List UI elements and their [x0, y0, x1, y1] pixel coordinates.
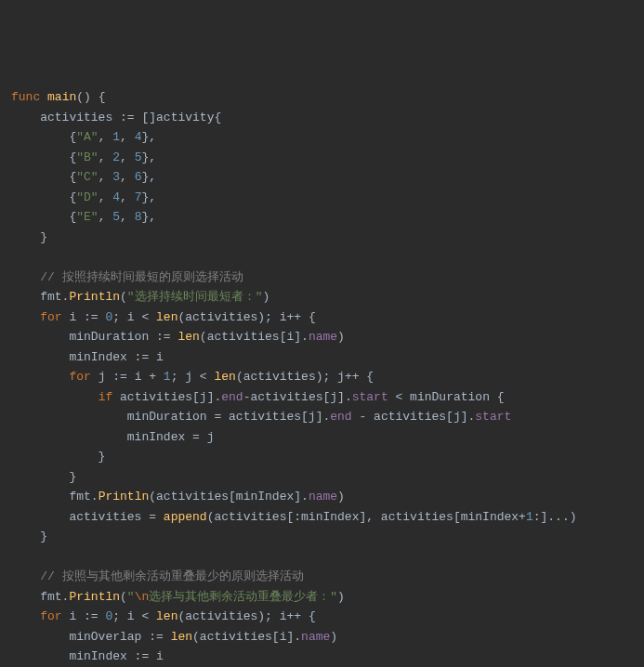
code-line: }: [11, 470, 76, 484]
code-line: func main() {: [11, 90, 105, 104]
comment: // 按照与其他剩余活动重叠最少的原则选择活动: [11, 569, 304, 583]
code-line: for i := 0; i < len(activities); i++ {: [11, 310, 316, 324]
code-line: minIndex := i: [11, 649, 164, 663]
code-line: if activities[j].end-activities[j].start…: [11, 390, 505, 404]
code-line: {"B", 2, 5},: [11, 150, 156, 164]
code-line: }: [11, 530, 47, 543]
code-line: fmt.Println(activities[minIndex].name): [11, 490, 345, 504]
code-line: minIndex := i: [11, 350, 164, 364]
code-line: {"D", 4, 7},: [11, 190, 156, 204]
code-line: fmt.Println("选择持续时间最短者："): [11, 290, 269, 304]
code-line: activities := []activity{: [11, 111, 221, 124]
code-line: {"A", 1, 4},: [11, 130, 156, 144]
code-line: }: [11, 450, 105, 464]
code-line: for i := 0; i < len(activities); i++ {: [11, 609, 316, 623]
code-line: {"E", 5, 8},: [11, 210, 156, 224]
code-line: minOverlap := len(activities[i].name): [11, 630, 337, 644]
code-editor[interactable]: func main() { activities := []activity{ …: [11, 87, 633, 667]
code-line: minIndex = j: [11, 430, 214, 444]
func-name: main: [47, 90, 76, 104]
comment: // 按照持续时间最短的原则选择活动: [11, 270, 243, 284]
keyword-func: func: [11, 90, 40, 104]
code-line: }: [11, 230, 47, 244]
code-line: minDuration := len(activities[i].name): [11, 330, 345, 344]
code-line: for j := i + 1; j < len(activities); j++…: [11, 370, 374, 384]
code-line: activities = append(activities[:minIndex…: [11, 510, 577, 524]
code-line: fmt.Println("\n选择与其他剩余活动重叠最少者："): [11, 590, 345, 604]
code-line: minDuration = activities[j].end - activi…: [11, 410, 511, 424]
code-line: // 按照与其他剩余活动重叠最少的原则选择活动: [11, 569, 304, 583]
code-line: {"C", 3, 6},: [11, 170, 156, 184]
code-line: // 按照持续时间最短的原则选择活动: [11, 270, 243, 284]
